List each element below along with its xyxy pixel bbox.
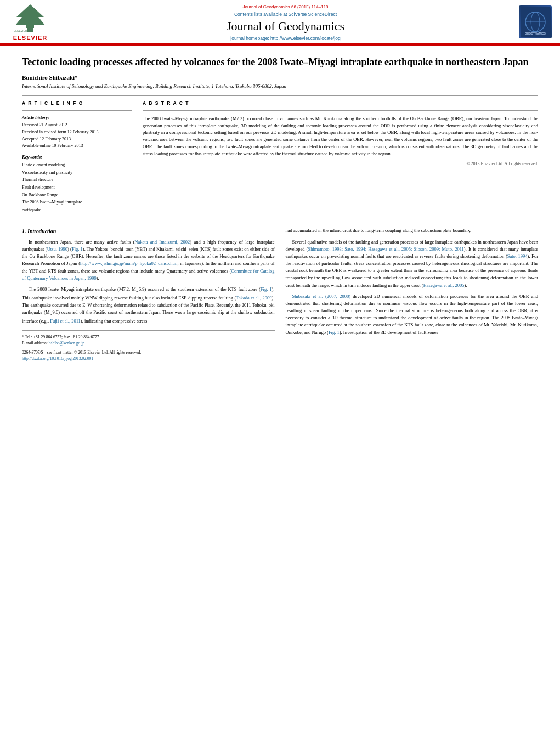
- keyword-4: Fault development: [22, 184, 132, 191]
- homepage-url[interactable]: http://www.elsevier.com/locate/jog: [270, 36, 341, 41]
- footer-doi: http://dx.doi.org/10.1016/j.jog.2013.02.…: [22, 355, 275, 361]
- journal-title: Journal of Geodynamics: [227, 19, 344, 33]
- info-abstract-section: A R T I C L E I N F O Article history: R…: [22, 100, 538, 213]
- keyword-6: The 2008 Iwate–Miyagi intraplate: [22, 199, 132, 206]
- journal-ref: Journal of Geodynamics 66 (2013) 114–119: [242, 4, 328, 9]
- ref-takada[interactable]: Takada et al., 2009: [236, 295, 271, 301]
- abstract-divider: [143, 110, 538, 111]
- body-para-2: The 2008 Iwate–Miyagi intraplate earthqu…: [22, 286, 275, 325]
- article-dates: Received 21 August 2012 Received in revi…: [22, 122, 132, 150]
- received-date: Received 21 August 2012: [22, 122, 132, 129]
- page-wrapper: ELSEVIER ELSEVIER Journal of Geodynamics…: [0, 0, 560, 373]
- ref-fig1-3[interactable]: Fig. 1: [329, 330, 340, 335]
- svg-rect-0: [27, 28, 33, 32]
- geo-logo-box: GEODYNAMICS: [519, 5, 552, 38]
- abstract-col: A B S T R A C T The 2008 Iwate–Miyagi in…: [143, 100, 538, 213]
- ref-shibazaki[interactable]: Shibazaki et al. (2007, 2008): [292, 293, 351, 299]
- online-date: Available online 19 February 2013: [22, 143, 132, 150]
- article-divider: [22, 95, 538, 96]
- article-info-col: A R T I C L E I N F O Article history: R…: [22, 100, 132, 213]
- geo-logo-icon: GEODYNAMICS: [521, 7, 551, 37]
- footnote-tel: * Tel.: +81 29 864 6757; fax: +81 29 864…: [22, 334, 275, 340]
- header-center: Journal of Geodynamics 66 (2013) 114–119…: [59, 3, 512, 43]
- info-divider: [22, 110, 132, 111]
- contents-text: Contents lists available at: [234, 12, 289, 17]
- journal-homepage: journal homepage: http://www.elsevier.co…: [230, 36, 340, 41]
- accepted-date: Accepted 12 February 2013: [22, 136, 132, 143]
- ref-fujii[interactable]: Fujii et al., 2011: [50, 318, 81, 324]
- geodynamics-logo: GEODYNAMICS: [516, 3, 555, 43]
- elsevier-brand-text: ELSEVIER: [13, 35, 47, 41]
- keyword-1: Finite element modeling: [22, 161, 132, 169]
- section1-title: 1. Introduction: [22, 227, 275, 236]
- body-para-1: In northeastern Japan, there are many ac…: [22, 239, 275, 282]
- ref-utsu[interactable]: Utsu, 1990: [47, 246, 67, 252]
- abstract-label: A B S T R A C T: [143, 100, 538, 106]
- ref-hasegawa[interactable]: Hasegawa et al., 2005: [423, 282, 465, 288]
- article-title: Tectonic loading processes affected by v…: [22, 56, 538, 69]
- ref-shimamoto[interactable]: Shimamoto, 1993; Sato, 1994; Hasegawa et…: [308, 246, 463, 252]
- ref-nakata[interactable]: Nakata and Imaizumi, 2002: [134, 239, 190, 245]
- sciverse-link[interactable]: SciVerse ScienceDirect: [289, 12, 337, 17]
- keyword-3: Thermal structure: [22, 176, 132, 184]
- ref-fig1-1[interactable]: Fig. 1: [72, 246, 83, 252]
- elsevier-logo: ELSEVIER ELSEVIER: [5, 3, 55, 43]
- abstract-text: The 2008 Iwate–Miyagi intraplate earthqu…: [143, 115, 538, 157]
- keyword-6b: earthquake: [22, 206, 132, 214]
- body-section: 1. Introduction In northeastern Japan, t…: [22, 227, 538, 361]
- history-label: Article history:: [22, 115, 132, 120]
- footnote-area: * Tel.: +81 29 864 6757; fax: +81 29 864…: [22, 330, 275, 362]
- body-col-right: had accumulated in the inland crust due …: [286, 227, 539, 361]
- body-col-left: 1. Introduction In northeastern Japan, t…: [22, 227, 275, 361]
- doi-link[interactable]: http://dx.doi.org/10.1016/j.jog.2013.02.…: [22, 356, 93, 361]
- ref-fig1-2[interactable]: Fig. 1: [261, 286, 272, 292]
- svg-text:ELSEVIER: ELSEVIER: [14, 29, 27, 32]
- article-info-label: A R T I C L E I N F O: [22, 100, 132, 106]
- main-content: Tectonic loading processes affected by v…: [0, 46, 560, 373]
- svg-marker-1: [15, 4, 45, 28]
- ref-committee[interactable]: Committee for Catalog of Quaternary Volc…: [22, 268, 275, 281]
- homepage-label: journal homepage:: [230, 36, 269, 41]
- keyword-2: Viscoelasticity and plasticity: [22, 169, 132, 177]
- elsevier-tree-icon: ELSEVIER: [11, 3, 49, 33]
- keywords-label: Keywords:: [22, 154, 132, 160]
- email-link[interactable]: bshiba@kenken.go.jp: [49, 341, 84, 346]
- revised-date: Received in revised form 12 February 201…: [22, 129, 132, 136]
- body-para-3: had accumulated in the inland crust due …: [286, 227, 539, 234]
- body-para-5: Shibazaki et al. (2007, 2008) developed …: [286, 293, 539, 336]
- svg-text:GEODYNAMICS: GEODYNAMICS: [525, 32, 546, 35]
- footer-copyright: 0264-3707/$ – see front matter © 2013 El…: [22, 349, 275, 355]
- journal-header: ELSEVIER ELSEVIER Journal of Geodynamics…: [0, 0, 560, 44]
- copyright: © 2013 Elsevier Ltd. All rights reserved…: [143, 161, 538, 166]
- body-divider: [22, 219, 538, 219]
- sciverse-line: Contents lists available at SciVerse Sci…: [234, 12, 337, 17]
- keywords-section: Keywords: Finite element modeling Viscoe…: [22, 154, 132, 213]
- ref-jishin[interactable]: http://www.jishin.go.jp/main/p_hyoka02_d…: [80, 261, 177, 266]
- ref-sato[interactable]: Sato, 1994: [507, 253, 528, 259]
- author-affiliation: International Institute of Seismology an…: [22, 83, 538, 90]
- body-para-4: Several qualitative models of the faulti…: [286, 239, 539, 289]
- keyword-5: Ou Backbone Range: [22, 191, 132, 199]
- author-name: Bunichiro Shibazaki*: [22, 74, 538, 81]
- footnote-email: E-mail address: bshiba@kenken.go.jp: [22, 340, 275, 346]
